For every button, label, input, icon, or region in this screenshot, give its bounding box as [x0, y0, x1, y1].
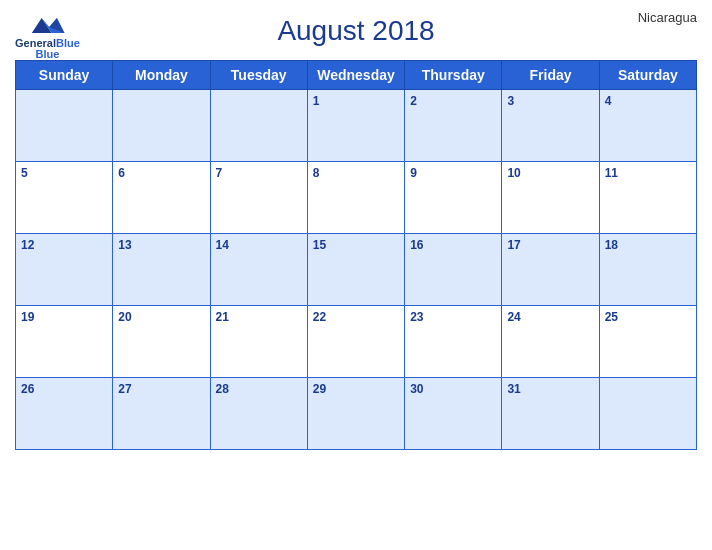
calendar-cell[interactable]: 23 — [405, 306, 502, 378]
day-number: 17 — [507, 238, 520, 252]
calendar-header: General Blue Blue August 2018 Nicaragua — [15, 10, 697, 52]
calendar-cell[interactable]: 24 — [502, 306, 599, 378]
calendar-cell[interactable] — [16, 90, 113, 162]
day-number: 23 — [410, 310, 423, 324]
calendar-cell[interactable]: 29 — [307, 378, 404, 450]
day-number: 26 — [21, 382, 34, 396]
calendar-cell[interactable] — [210, 90, 307, 162]
calendar-week-row: 262728293031 — [16, 378, 697, 450]
logo-blue-text2: Blue — [35, 49, 59, 60]
calendar-cell[interactable] — [599, 378, 696, 450]
calendar-cell[interactable]: 28 — [210, 378, 307, 450]
day-number: 14 — [216, 238, 229, 252]
day-number: 13 — [118, 238, 131, 252]
calendar-cell[interactable]: 30 — [405, 378, 502, 450]
header-saturday: Saturday — [599, 61, 696, 90]
day-number: 15 — [313, 238, 326, 252]
day-number: 1 — [313, 94, 320, 108]
calendar-week-row: 19202122232425 — [16, 306, 697, 378]
day-number: 8 — [313, 166, 320, 180]
weekday-header-row: Sunday Monday Tuesday Wednesday Thursday… — [16, 61, 697, 90]
logo-icon — [28, 10, 66, 38]
day-number: 3 — [507, 94, 514, 108]
header-monday: Monday — [113, 61, 210, 90]
country-label: Nicaragua — [638, 10, 697, 25]
calendar-title: August 2018 — [277, 15, 434, 47]
day-number: 29 — [313, 382, 326, 396]
calendar-cell[interactable]: 14 — [210, 234, 307, 306]
calendar-week-row: 1234 — [16, 90, 697, 162]
calendar-cell[interactable] — [113, 90, 210, 162]
calendar-cell[interactable]: 21 — [210, 306, 307, 378]
header-sunday: Sunday — [16, 61, 113, 90]
calendar-cell[interactable]: 5 — [16, 162, 113, 234]
day-number: 9 — [410, 166, 417, 180]
calendar-cell[interactable]: 22 — [307, 306, 404, 378]
calendar-cell[interactable]: 20 — [113, 306, 210, 378]
header-thursday: Thursday — [405, 61, 502, 90]
header-wednesday: Wednesday — [307, 61, 404, 90]
day-number: 12 — [21, 238, 34, 252]
day-number: 20 — [118, 310, 131, 324]
calendar-week-row: 12131415161718 — [16, 234, 697, 306]
header-friday: Friday — [502, 61, 599, 90]
day-number: 27 — [118, 382, 131, 396]
calendar-cell[interactable]: 6 — [113, 162, 210, 234]
day-number: 22 — [313, 310, 326, 324]
calendar-cell[interactable]: 25 — [599, 306, 696, 378]
calendar-thead: Sunday Monday Tuesday Wednesday Thursday… — [16, 61, 697, 90]
calendar-cell[interactable]: 11 — [599, 162, 696, 234]
calendar-cell[interactable]: 16 — [405, 234, 502, 306]
calendar-cell[interactable]: 8 — [307, 162, 404, 234]
logo: General Blue Blue — [15, 10, 80, 60]
day-number: 28 — [216, 382, 229, 396]
day-number: 25 — [605, 310, 618, 324]
calendar-cell[interactable]: 19 — [16, 306, 113, 378]
day-number: 16 — [410, 238, 423, 252]
day-number: 5 — [21, 166, 28, 180]
calendar-container: General Blue Blue August 2018 Nicaragua … — [0, 0, 712, 550]
day-number: 30 — [410, 382, 423, 396]
calendar-cell[interactable]: 7 — [210, 162, 307, 234]
day-number: 31 — [507, 382, 520, 396]
calendar-cell[interactable]: 17 — [502, 234, 599, 306]
day-number: 2 — [410, 94, 417, 108]
calendar-cell[interactable]: 2 — [405, 90, 502, 162]
calendar-cell[interactable]: 31 — [502, 378, 599, 450]
day-number: 7 — [216, 166, 223, 180]
calendar-cell[interactable]: 9 — [405, 162, 502, 234]
day-number: 4 — [605, 94, 612, 108]
calendar-cell[interactable]: 1 — [307, 90, 404, 162]
day-number: 10 — [507, 166, 520, 180]
header-tuesday: Tuesday — [210, 61, 307, 90]
svg-marker-0 — [32, 18, 52, 33]
calendar-cell[interactable]: 26 — [16, 378, 113, 450]
calendar-table: Sunday Monday Tuesday Wednesday Thursday… — [15, 60, 697, 450]
calendar-cell[interactable]: 10 — [502, 162, 599, 234]
day-number: 19 — [21, 310, 34, 324]
day-number: 6 — [118, 166, 125, 180]
calendar-cell[interactable]: 13 — [113, 234, 210, 306]
calendar-cell[interactable]: 27 — [113, 378, 210, 450]
day-number: 11 — [605, 166, 618, 180]
calendar-week-row: 567891011 — [16, 162, 697, 234]
calendar-cell[interactable]: 3 — [502, 90, 599, 162]
logo-blue-text: Blue — [56, 38, 80, 49]
day-number: 24 — [507, 310, 520, 324]
calendar-cell[interactable]: 15 — [307, 234, 404, 306]
calendar-cell[interactable]: 12 — [16, 234, 113, 306]
calendar-cell[interactable]: 18 — [599, 234, 696, 306]
calendar-cell[interactable]: 4 — [599, 90, 696, 162]
calendar-body: 1234567891011121314151617181920212223242… — [16, 90, 697, 450]
day-number: 18 — [605, 238, 618, 252]
day-number: 21 — [216, 310, 229, 324]
